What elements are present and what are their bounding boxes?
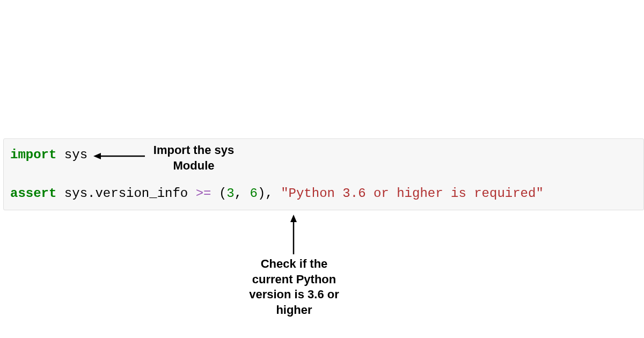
expr-version-info: sys.version_info	[64, 186, 196, 201]
annotation-assert-line3: version is 3.6 or	[246, 287, 342, 303]
string-message: "Python 3.6 or higher is required"	[281, 186, 544, 201]
rparen: )	[258, 186, 265, 201]
code-line-2: assert sys.version_info >= (3, 6), "Pyth…	[10, 184, 637, 203]
annotation-import-line1: Import the sys	[148, 143, 239, 158]
arrow-up-icon	[290, 215, 297, 254]
operator-gte: >=	[196, 186, 211, 201]
annotation-assert-line4: higher	[246, 303, 342, 318]
svg-marker-1	[93, 153, 101, 159]
space	[211, 186, 218, 201]
code-line-blank	[10, 165, 637, 184]
keyword-assert: assert	[10, 186, 56, 201]
annotation-import-line2: Module	[148, 158, 239, 174]
space	[56, 148, 64, 162]
annotation-assert: Check if the current Python version is 3…	[246, 256, 342, 318]
lparen: (	[219, 186, 226, 201]
comma: ,	[235, 186, 250, 201]
keyword-import: import	[10, 148, 56, 162]
arrow-left-icon	[93, 152, 145, 160]
space	[56, 186, 64, 201]
annotation-assert-line1: Check if the	[246, 256, 342, 272]
annotation-import: Import the sys Module	[148, 143, 239, 173]
number-6: 6	[250, 186, 258, 201]
number-3: 3	[226, 186, 234, 201]
comma: ,	[265, 186, 281, 201]
identifier-sys: sys	[64, 148, 87, 162]
annotation-assert-line2: current Python	[246, 272, 342, 288]
svg-marker-3	[290, 215, 297, 222]
code-block: import sys assert sys.version_info >= (3…	[3, 138, 644, 210]
